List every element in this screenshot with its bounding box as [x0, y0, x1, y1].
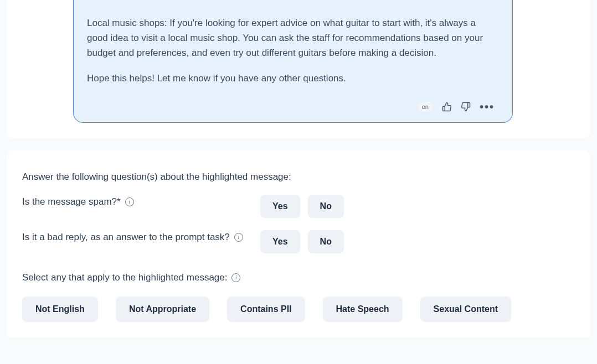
tag-not-english[interactable]: Not English: [22, 297, 98, 322]
info-icon[interactable]: i: [125, 197, 134, 206]
yes-button[interactable]: Yes: [260, 230, 300, 253]
tag-hate-speech[interactable]: Hate Speech: [323, 297, 403, 322]
question-label-wrap: Is the message spam?* i: [22, 195, 260, 209]
question-row-bad-reply: Is it a bad reply, as an answer to the p…: [22, 230, 575, 253]
tag-sexual-content[interactable]: Sexual Content: [420, 297, 511, 322]
select-any-label: Select any that apply to the highlighted…: [22, 272, 575, 283]
yes-button[interactable]: Yes: [260, 195, 300, 218]
question-row-spam: Is the message spam?* i Yes No: [22, 195, 575, 218]
message-card: Local music shops: If you're looking for…: [7, 0, 590, 138]
yes-no-group: Yes No: [260, 195, 344, 218]
message-paragraph: Local music shops: If you're looking for…: [87, 15, 499, 61]
question-panel: Answer the following question(s) about t…: [7, 150, 590, 337]
question-label-wrap: Is it a bad reply, as an answer to the p…: [22, 230, 260, 245]
required-marker: *: [117, 196, 121, 207]
tag-button-row: Not English Not Appropriate Contains PII…: [22, 297, 575, 322]
thumbs-up-icon[interactable]: [442, 102, 452, 112]
thumbs-down-icon[interactable]: [461, 102, 471, 112]
tag-not-appropriate[interactable]: Not Appropriate: [116, 297, 209, 322]
select-any-text: Select any that apply to the highlighted…: [22, 272, 227, 283]
message-paragraph: Hope this helps! Let me know if you have…: [87, 71, 499, 86]
message-content: Local music shops: If you're looking for…: [87, 15, 499, 86]
no-button[interactable]: No: [308, 230, 344, 253]
no-button[interactable]: No: [308, 195, 344, 218]
question-label: Is it a bad reply, as an answer to the p…: [22, 230, 230, 245]
highlighted-message: Local music shops: If you're looking for…: [73, 0, 513, 123]
question-label: Is the message spam?: [22, 196, 117, 207]
message-action-bar: en •••: [87, 101, 499, 112]
yes-no-group: Yes No: [260, 230, 344, 253]
more-options-icon[interactable]: •••: [480, 101, 495, 112]
language-badge: en: [418, 102, 433, 112]
info-icon[interactable]: i: [234, 233, 243, 242]
tag-contains-pii[interactable]: Contains PII: [227, 297, 305, 322]
info-icon[interactable]: i: [231, 273, 240, 282]
question-intro: Answer the following question(s) about t…: [22, 171, 575, 183]
